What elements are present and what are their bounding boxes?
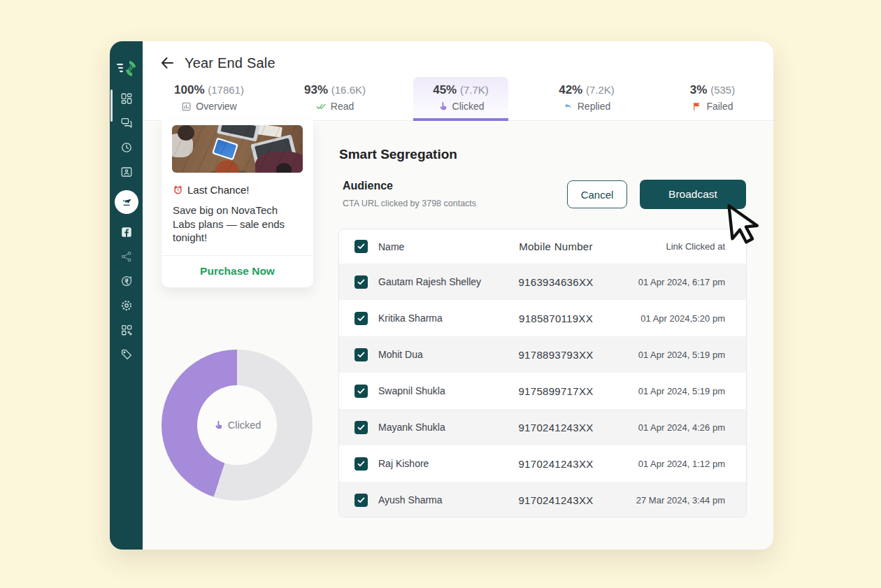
pointer-tap-icon (213, 420, 224, 431)
purchase-now-button[interactable]: Purchase Now (162, 256, 313, 287)
sidebar-item-contacts[interactable] (120, 166, 133, 178)
contact-clicked-at: 01 Apr 2024, 4:26 pm (601, 422, 746, 433)
select-all-checkbox[interactable] (354, 240, 368, 253)
back-button[interactable] (159, 55, 176, 71)
reply-arrow-icon (563, 101, 573, 112)
table-row: Raj Kishore 9170241243XX 01 Apr 2024, 1:… (339, 445, 746, 482)
row-checkbox[interactable] (354, 421, 368, 434)
tab-replied[interactable]: 42% (7.2K) Replied (524, 77, 650, 121)
table-row: Mohit Dua 9178893793XX 01 Apr 2024, 5:19… (339, 336, 746, 373)
alarm-clock-emoji (173, 185, 183, 195)
campaign-header: Year End Sale 100% (17861) Overview (143, 41, 773, 121)
failed-count: (535) (710, 84, 735, 96)
donut-center-label: Clicked (228, 420, 262, 431)
double-check-icon (316, 101, 327, 112)
column-header-clicked-at: Link Clicked at (601, 241, 746, 252)
row-checkbox[interactable] (354, 348, 368, 361)
clicked-label: Clicked (452, 101, 485, 112)
contact-name: Ayush Sharma (378, 494, 511, 505)
segmentation-panel: Smart Segregation Audience CTA URL click… (329, 122, 773, 550)
overview-percent: 100% (174, 83, 204, 96)
table-row: Mayank Shukla 9170241243XX 01 Apr 2024, … (339, 409, 746, 445)
contact-name: Mayank Shukla (378, 422, 511, 433)
message-body: Save big on NovaTech Labs plans — sale e… (173, 203, 302, 245)
sidebar-item-chats[interactable] (120, 117, 133, 129)
main-panel: Year End Sale 100% (17861) Overview (143, 41, 773, 550)
sidebar-item-settings[interactable] (120, 299, 133, 312)
table-row: Ayush Sharma 9170241243XX 27 Mar 2024, 3… (339, 482, 746, 517)
column-header-name: Name (378, 241, 511, 252)
tab-read[interactable]: 93% (16.6K) Read (272, 77, 398, 121)
arrow-left-icon (159, 55, 176, 71)
donut-center: Clicked (197, 385, 277, 465)
sidebar-item-dashboard[interactable] (120, 92, 133, 105)
read-label: Read (331, 101, 354, 112)
contact-clicked-at: 01 Apr 2024, 1:12 pm (601, 459, 746, 469)
row-checkbox[interactable] (354, 312, 368, 325)
section-title: Smart Segregation (339, 147, 457, 162)
table-row: Kritika Sharma 9185870119XX 01 Apr 2024,… (339, 300, 746, 336)
table-row: Gautam Rajesh Shelley 9163934636XX 01 Ap… (339, 264, 746, 300)
replied-percent: 42% (559, 83, 582, 96)
message-headline: Last Chance! (187, 184, 249, 196)
contact-mobile: 9170241243XX (511, 458, 601, 470)
table-header-row: Name Mobile Number Link Clicked at (339, 229, 746, 264)
read-count: (16.6K) (331, 84, 366, 96)
app-window: Year End Sale 100% (17861) Overview (110, 41, 773, 550)
sidebar (110, 41, 143, 550)
cancel-button[interactable]: Cancel (567, 180, 627, 208)
contact-clicked-at: 01 Apr 2024, 6:17 pm (601, 277, 746, 287)
failed-percent: 3% (690, 83, 708, 96)
contact-mobile: 9175899717XX (511, 385, 601, 397)
flag-icon (692, 101, 702, 112)
content-area: Last Chance! Save big on NovaTech Labs p… (143, 122, 773, 550)
row-checkbox[interactable] (354, 457, 368, 471)
stats-tabs: 100% (17861) Overview 93% (16.6K) (146, 77, 775, 121)
message-preview-card: Last Chance! Save big on NovaTech Labs p… (162, 120, 313, 287)
sidebar-item-integrations[interactable] (120, 324, 133, 336)
sidebar-nav (115, 92, 138, 361)
contact-clicked-at: 01 Apr 2024, 5:19 pm (601, 350, 746, 360)
clicked-percent: 45% (433, 83, 457, 96)
contact-name: Raj Kishore (378, 458, 511, 469)
sidebar-item-history[interactable] (120, 141, 133, 154)
row-checkbox[interactable] (354, 385, 368, 398)
sidebar-scrollbar[interactable] (110, 89, 113, 122)
contact-name: Swapnil Shukla (378, 385, 511, 396)
mouse-cursor (722, 199, 766, 249)
app-logo-icon (116, 59, 137, 78)
overview-count: (17861) (208, 84, 244, 96)
read-percent: 93% (304, 83, 328, 96)
audience-label: Audience (343, 180, 393, 192)
clicked-count: (7.7K) (460, 84, 489, 96)
message-preview-image (172, 125, 303, 173)
sidebar-item-tags[interactable] (120, 348, 133, 361)
bar-chart-icon (181, 101, 192, 112)
replied-label: Replied (578, 101, 610, 112)
send-campaign-icon (120, 196, 133, 208)
audience-table: Name Mobile Number Link Clicked at Gauta… (338, 229, 747, 517)
sidebar-item-share[interactable] (120, 250, 133, 263)
clicked-donut: Clicked (162, 350, 313, 501)
contact-name: Mohit Dua (378, 349, 511, 360)
contact-clicked-at: 01 Apr 2024, 5:19 pm (601, 386, 746, 396)
tab-clicked[interactable]: 45% (7.7K) Clicked (398, 77, 524, 121)
sidebar-item-campaigns-active[interactable] (115, 190, 138, 214)
tab-overview[interactable]: 100% (17861) Overview (146, 77, 272, 121)
contact-name: Kritika Sharma (378, 313, 511, 324)
page-title: Year End Sale (185, 55, 275, 71)
contact-mobile: 9170241243XX (511, 422, 601, 433)
contact-mobile: 9178893793XX (511, 349, 601, 361)
clicked-donut-chart: Clicked (162, 350, 313, 501)
row-checkbox[interactable] (354, 494, 368, 507)
contact-mobile: 9163934636XX (511, 276, 601, 288)
tab-failed[interactable]: 3% (535) Failed (650, 77, 775, 121)
column-header-mobile: Mobile Number (511, 241, 601, 252)
sidebar-item-payments[interactable] (120, 275, 133, 287)
replied-count: (7.2K) (586, 84, 615, 96)
contact-clicked-at: 27 Mar 2024, 3:44 pm (601, 495, 746, 505)
contact-name: Gautam Rajesh Shelley (378, 276, 511, 287)
table-row: Swapnil Shukla 9175899717XX 01 Apr 2024,… (339, 373, 746, 409)
sidebar-item-facebook[interactable] (120, 226, 133, 238)
row-checkbox[interactable] (354, 275, 368, 289)
